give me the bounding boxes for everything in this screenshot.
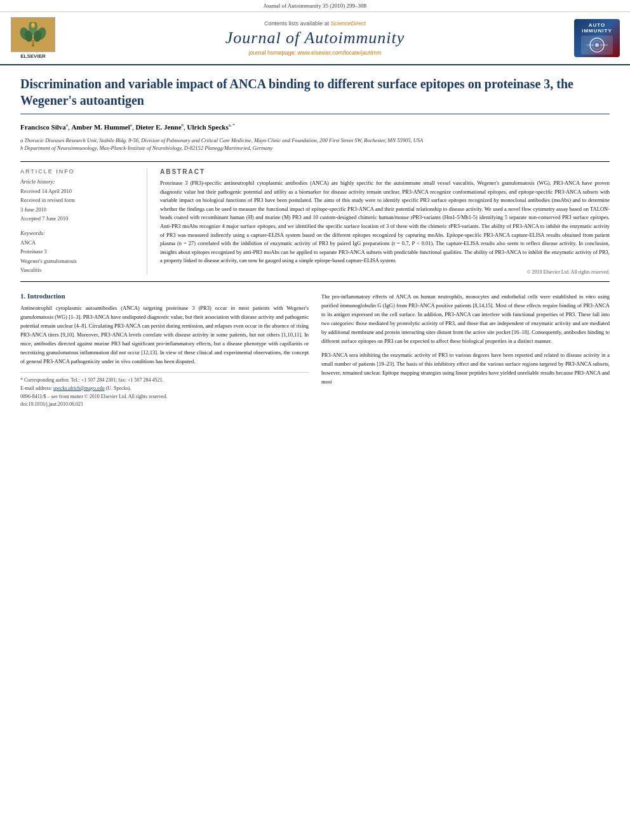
autoimmunity-logo-svg — [583, 37, 611, 53]
affiliation-a: a Thoracic Diseases Research Unit, Stabi… — [20, 137, 610, 145]
sciencedirect-label: Contents lists available at — [264, 20, 329, 27]
svg-point-8 — [32, 23, 34, 26]
article-info-column: ARTICLE INFO Article history: Received 1… — [20, 168, 147, 275]
sciencedirect-line: Contents lists available at ScienceDirec… — [65, 20, 565, 27]
journal-ref-bar: Journal of Autoimmunity 35 (2010) 299–30… — [0, 0, 630, 12]
article-info-label: ARTICLE INFO — [20, 168, 138, 175]
email-label: E-mail address: — [20, 385, 52, 391]
elsevier-tree-icon — [17, 22, 49, 48]
autoimmunity-logo-box: AUTOIMMUNITY — [574, 19, 620, 57]
intro-paragraph-3: PR3-ANCA sera inhibiting the enzymatic a… — [321, 350, 610, 386]
footnote-email: E-mail address: specks.ulrich@mayo.edu (… — [20, 385, 309, 393]
keyword-vasculitis: Vasculitis — [20, 265, 138, 274]
sciencedirect-link[interactable]: ScienceDirect — [331, 20, 366, 27]
autoimmunity-logo-decoration — [581, 36, 613, 55]
footnote-section: * Corresponding author. Tel.: +1 507 284… — [20, 372, 309, 409]
article-history-label: Article history: — [20, 178, 138, 185]
autoimmunity-logo: AUTOIMMUNITY — [572, 19, 622, 57]
abstract-column: ABSTRACT Proteinase 3 (PR3)-specific ant… — [160, 168, 610, 275]
elsevier-logo-image — [11, 17, 55, 52]
svg-point-11 — [595, 43, 599, 47]
email-link[interactable]: specks.ulrich@mayo.edu — [53, 385, 105, 391]
intro-paragraph-2: The pro-inflammatory effects of ANCA on … — [321, 292, 610, 345]
authors-line: Francisco Silvaa, Amber M. Hummela, Diet… — [20, 122, 610, 133]
copyright-line: © 2010 Elsevier Ltd. All rights reserved… — [160, 269, 610, 275]
affiliations: a Thoracic Diseases Research Unit, Stabi… — [20, 137, 610, 153]
abstract-label: ABSTRACT — [160, 168, 610, 175]
intro-number: 1. — [20, 292, 25, 300]
footnote-doi: doi:10.1016/j.jaut.2010.06.021 — [20, 401, 309, 409]
author-amber: Amber M. Hummel — [71, 123, 130, 131]
received-revised-date: 3 June 2010 — [20, 205, 138, 214]
journal-header-center: Contents lists available at ScienceDirec… — [65, 20, 565, 56]
body-content: 1. Introduction Antineutrophil cytoplasm… — [20, 292, 610, 409]
email-suffix: (U. Specks). — [106, 385, 131, 391]
author-ulrich: Ulrich Specks — [187, 123, 229, 131]
body-right-col: The pro-inflammatory effects of ANCA on … — [321, 292, 610, 409]
keyword-pr3: Proteinase 3 — [20, 247, 138, 256]
journal-homepage-link[interactable]: journal homepage: www.elsevier.com/locat… — [248, 50, 381, 56]
journal-homepage-line: journal homepage: www.elsevier.com/locat… — [65, 50, 565, 56]
keywords-section: Keywords: ANCA Proteinase 3 Wegener's gr… — [20, 230, 138, 275]
intro-paragraph-1: Antineutrophil cytoplasmic autoantibodie… — [20, 303, 309, 366]
journal-header: ELSEVIER Contents lists available at Sci… — [0, 12, 630, 65]
elsevier-logo: ELSEVIER — [8, 17, 58, 59]
keyword-anca: ANCA — [20, 238, 138, 247]
accepted-date: Accepted 7 June 2010 — [20, 214, 138, 223]
article-title: Discrimination and variable impact of AN… — [20, 76, 610, 114]
intro-title: Introduction — [27, 292, 65, 300]
elsevier-wordmark: ELSEVIER — [20, 53, 46, 59]
intro-heading: 1. Introduction — [20, 292, 309, 300]
journal-ref-text: Journal of Autoimmunity 35 (2010) 299–30… — [264, 3, 366, 9]
body-left-col: 1. Introduction Antineutrophil cytoplasm… — [20, 292, 309, 409]
author-dieter: Dieter E. Jenne — [135, 123, 181, 131]
abstract-text: Proteinase 3 (PR3)-specific antineutroph… — [160, 179, 610, 265]
autoimmunity-logo-text: AUTOIMMUNITY — [582, 22, 612, 34]
article-info-abstract-section: ARTICLE INFO Article history: Received 1… — [20, 161, 610, 282]
footnote-issn: 0896-8411/$ – see front matter © 2010 El… — [20, 393, 309, 401]
keywords-label: Keywords: — [20, 230, 138, 236]
journal-title-header: Journal of Autoimmunity — [65, 29, 565, 48]
author-francisco: Francisco Silva — [20, 123, 66, 131]
footnote-corresponding: * Corresponding author. Tel.: +1 507 284… — [20, 377, 309, 385]
received-revised: Received in revised form — [20, 196, 138, 204]
received-1: Received 14 April 2010 — [20, 187, 138, 196]
main-content: Discrimination and variable impact of AN… — [0, 65, 630, 419]
keyword-wegener: Wegener's granulomatosis — [20, 257, 138, 265]
affiliation-b: b Department of Neuroimmunology, Max-Pla… — [20, 144, 610, 152]
